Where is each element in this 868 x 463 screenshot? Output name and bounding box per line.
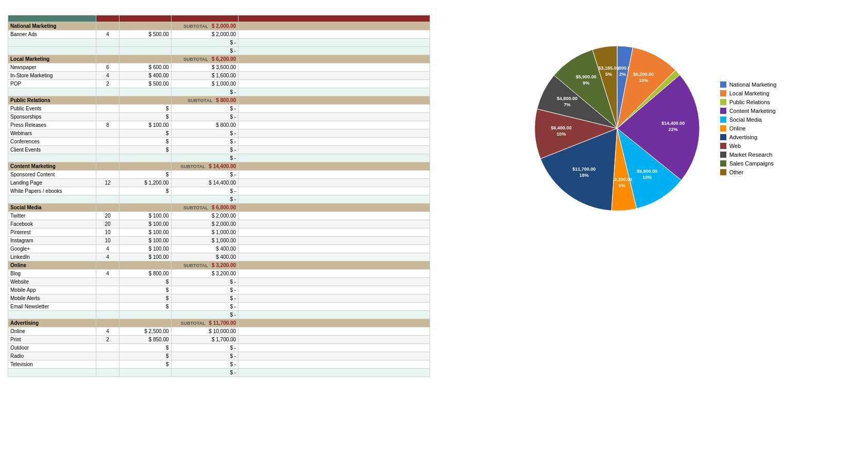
legend-item: Other [720,169,777,175]
pie-label: $3,200.00 [611,177,632,182]
table-row: Online 4 $ 2,500.00 $ 10,000.00 [8,327,430,336]
header-comments [239,15,430,22]
legend-color [720,90,726,96]
legend-color [720,81,726,88]
legend-label: Other [729,169,744,175]
legend-item: National Marketing [720,81,777,88]
table-row: Press Releases 8 $ 100.00 $ 800.00 [8,121,430,129]
pie-label: $6,400.00 [551,125,571,130]
legend-color [720,134,726,140]
table-row: $ - [8,195,430,204]
table-row: Instagram 10 $ 100.00 $ 1,000.00 [8,237,430,245]
table-row: POP 2 $ 500.00 $ 1,000.00 [8,80,430,88]
chart-legend: National Marketing Local Marketing Publi… [720,81,777,175]
pie-pct: 10% [642,175,652,180]
table-row: Twitter 20 $ 100.00 $ 2,000.00 [8,212,430,220]
category-name: Local Marketing [8,55,96,63]
chart-wrapper: $2,000.002%$6,200.0010%$14,400.0022%$6,8… [524,36,777,221]
table-row: Sponsorships $ $ - [8,113,430,121]
legend-label: Sales Campaigns [729,160,774,167]
budget-table: National Marketing SUBTOTAL $ 2,000.00 B… [8,15,430,377]
legend-label: Advertising [729,134,757,140]
category-row: Social Media SUBTOTAL $ 6,800.00 [8,204,430,212]
table-row: Public Events $ $ - [8,105,430,113]
table-row: Facebook 20 $ 100.00 $ 2,000.00 [8,220,430,228]
legend-item: Advertising [720,134,777,140]
category-name: Advertising [8,319,96,327]
table-row: $ - [8,88,430,96]
category-name: Public Relations [8,96,96,105]
legend-label: Public Relations [729,99,770,105]
pie-pct: 7% [564,102,570,107]
pie-pct: 10% [639,78,648,83]
category-row: Online SUBTOTAL $ 3,200.00 [8,261,430,270]
table-row: $ - [8,311,430,319]
table-row: Mobile App $ $ - [8,286,430,294]
legend-label: National Marketing [729,81,777,88]
legend-color [720,125,726,131]
legend-item: Sales Campaigns [720,160,777,167]
table-row: $ - [8,154,430,162]
category-row: Content Marketing SUBTOTAL $ 14,400.00 [8,162,430,171]
table-row: Television $ $ - [8,360,430,369]
category-row: Local Marketing SUBTOTAL $ 6,200.00 [8,55,430,63]
pie-pct: 5% [618,183,625,188]
pie-label: $4,800.00 [557,96,577,101]
header-cost [120,15,171,22]
legend-color [720,143,726,149]
table-row: $ - [8,369,430,377]
table-row: Landing Page 12 $ 1,200.00 $ 14,400.00 [8,179,430,187]
table-row: $ - [8,47,430,55]
table-row: Sponsored Content $ $ - [8,171,430,179]
table-row: Website $ $ - [8,278,430,286]
pie-chart: $2,000.002%$6,200.0010%$14,400.0022%$6,8… [524,36,710,221]
legend-label: Content Marketing [729,108,776,114]
header-subtotal [171,15,239,22]
pie-label: $6,200.00 [633,72,654,77]
category-row: Public Relations SUBTOTAL $ 800.00 [8,96,430,105]
chart-section: $2,000.002%$6,200.0010%$14,400.0022%$6,8… [440,15,860,221]
pie-pct: 10% [556,131,566,137]
table-row: Newspaper 6 $ 600.00 $ 3,600.00 [8,63,430,72]
legend-label: Online [729,125,746,131]
legend-label: Market Research [729,152,773,158]
table-row: Outdoor $ $ - [8,344,430,352]
main-container: National Marketing SUBTOTAL $ 2,000.00 B… [8,15,860,377]
table-section: National Marketing SUBTOTAL $ 2,000.00 B… [8,15,430,377]
legend-label: Social Media [729,117,762,123]
table-row: White Papers / ebooks $ $ - [8,187,430,195]
table-row: Conferences $ $ - [8,138,430,146]
header-campaign [8,15,96,22]
pie-pct: 2% [619,72,626,77]
pie-pct: 18% [579,173,588,178]
table-row: Client Events $ $ - [8,146,430,154]
legend-item: Content Marketing [720,108,777,114]
legend-item: Web [720,143,777,149]
legend-color [720,108,726,114]
legend-color [720,117,726,123]
legend-item: Online [720,125,777,131]
legend-label: Local Marketing [729,90,770,96]
pie-pct: 5% [605,72,612,77]
legend-item: Public Relations [720,99,777,105]
table-row: Mobile Alerts $ $ - [8,294,430,303]
table-row: Email Newsletter $ $ - [8,303,430,311]
legend-item: Local Marketing [720,90,777,96]
table-row: Print 2 $ 850.00 $ 1,700.00 [8,336,430,344]
legend-color [720,99,726,105]
pie-label: $11,700.00 [572,167,595,172]
table-row: LinkedIn 4 $ 100.00 $ 400.00 [8,253,430,261]
pie-label: $6,800.00 [637,169,657,174]
category-row: National Marketing SUBTOTAL $ 2,000.00 [8,22,430,30]
legend-color [720,169,726,175]
category-row: Advertising SUBTOTAL $ 11,700.00 [8,319,430,327]
table-row: In-Store Marketing 4 $ 400.00 $ 1,600.00 [8,72,430,80]
category-name: National Marketing [8,22,96,30]
table-row: Banner Ads 4 $ 500.00 $ 2,000.00 [8,30,430,39]
legend-item: Social Media [720,117,777,123]
pie-pct: 9% [583,80,589,86]
legend-color [720,152,726,158]
pie-label: $5,900.00 [575,74,596,79]
table-row: Webinars $ $ - [8,129,430,138]
header-qty [96,15,119,22]
